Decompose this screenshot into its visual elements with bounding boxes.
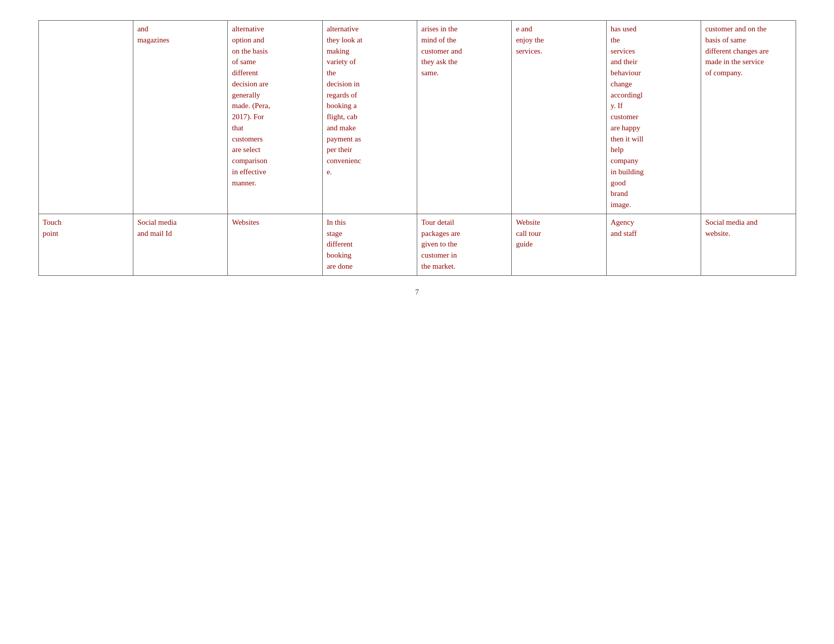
table-cell: alternative they look at making variety … — [322, 21, 417, 214]
table-cell: customer and on the basis of same differ… — [701, 21, 796, 214]
table-cell: Tour detail packages are given to the cu… — [417, 214, 512, 275]
table-cell: In this stage different booking are done — [322, 214, 417, 275]
table-cell — [38, 21, 133, 214]
main-table: and magazinesalternative option and on t… — [38, 20, 796, 276]
table-cell: Social media and mail Id — [133, 214, 227, 275]
table-cell: alternative option and on the basis of s… — [228, 21, 322, 214]
table-cell: Social media and website. — [701, 214, 796, 275]
table-cell: has used the services and their behaviou… — [606, 21, 701, 214]
table-cell: arises in the mind of the customer and t… — [417, 21, 512, 214]
table-cell: and magazines — [133, 21, 227, 214]
table-row: and magazinesalternative option and on t… — [38, 21, 796, 214]
page-number: 7 — [415, 288, 419, 296]
table-cell: Agency and staff — [606, 214, 701, 275]
table-row: Touch pointSocial media and mail IdWebsi… — [38, 214, 796, 275]
table-cell: e and enjoy the services. — [512, 21, 606, 214]
table-cell: Websites — [228, 214, 322, 275]
table-cell: Touch point — [38, 214, 133, 275]
table-wrapper: and magazinesalternative option and on t… — [38, 20, 796, 276]
table-cell: Website call tour guide — [512, 214, 606, 275]
